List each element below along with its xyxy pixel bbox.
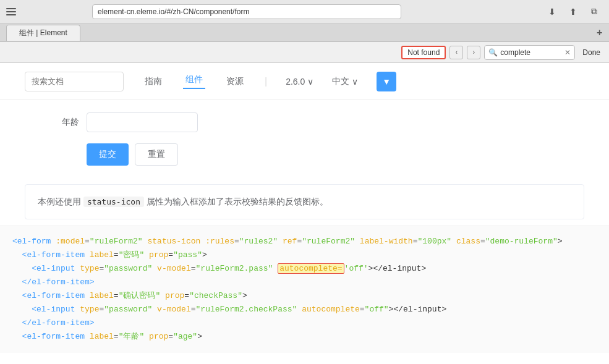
version-chevron-icon: ∨ bbox=[307, 77, 313, 87]
tab-title[interactable]: 组件 | Element bbox=[6, 25, 80, 41]
find-search-icon: 🔍 bbox=[488, 48, 498, 57]
code-line-4: </el-form-item> bbox=[12, 276, 597, 289]
not-found-badge: Not found bbox=[401, 46, 446, 59]
code-line-8: <el-form-item label="年龄" prop="age"> bbox=[12, 330, 597, 344]
find-prev-button[interactable]: ‹ bbox=[449, 46, 463, 59]
site-nav: 指南 组件 资源 | 2.6.0 ∨ 中文 ∨ ▼ bbox=[0, 63, 609, 100]
description-box: 本例还使用 status-icon 属性为输入框添加了表示校验结果的反馈图标。 bbox=[25, 184, 584, 219]
nav-blue-button[interactable]: ▼ bbox=[377, 72, 396, 91]
code-line-2: <el-form-item label="密码" prop="pass"> bbox=[12, 248, 597, 262]
form-buttons: 提交 重置 bbox=[25, 143, 584, 166]
url-text: element-cn.eleme.io/#/zh-CN/component/fo… bbox=[98, 7, 249, 16]
version-text: 2.6.0 bbox=[286, 77, 305, 87]
age-form-row: 年龄 bbox=[25, 112, 584, 132]
language-chevron-icon: ∨ bbox=[352, 77, 358, 87]
desc-text-before: 本例还使用 bbox=[38, 197, 83, 206]
share-button[interactable]: ⬆ bbox=[564, 3, 582, 20]
submit-button[interactable]: 提交 bbox=[87, 143, 129, 166]
form-demo: 年龄 提交 重置 bbox=[0, 100, 609, 178]
desc-code-tag: status-icon bbox=[83, 197, 144, 207]
code-line-3: <el-input type="password" v-model="ruleF… bbox=[12, 262, 597, 276]
age-input[interactable] bbox=[87, 112, 198, 132]
language-text: 中文 bbox=[332, 76, 349, 87]
nav-link-component[interactable]: 组件 bbox=[183, 74, 205, 89]
window-button[interactable]: ⧉ bbox=[586, 3, 603, 20]
new-tab-btn[interactable]: + bbox=[597, 27, 603, 38]
nav-language[interactable]: 中文 ∨ bbox=[332, 76, 358, 87]
download-button[interactable]: ⬇ bbox=[543, 3, 561, 20]
url-bar[interactable]: element-cn.eleme.io/#/zh-CN/component/fo… bbox=[92, 4, 401, 19]
tab-bar: 组件 | Element + bbox=[0, 23, 609, 42]
reset-button[interactable]: 重置 bbox=[135, 143, 178, 166]
desc-text-after: 属性为输入框添加了表示校验结果的反馈图标。 bbox=[144, 197, 328, 206]
nav-link-resource[interactable]: 资源 bbox=[224, 76, 246, 87]
find-done-button[interactable]: Done bbox=[579, 47, 604, 58]
nav-version[interactable]: 2.6.0 ∨ bbox=[286, 77, 313, 87]
search-input[interactable] bbox=[25, 72, 124, 91]
code-line-7: </el-form-item> bbox=[12, 316, 597, 330]
site-content: 指南 组件 资源 | 2.6.0 ∨ 中文 ∨ ▼ 年龄 提交 重置 本例还使用… bbox=[0, 63, 609, 364]
find-input-wrap: 🔍 ✕ bbox=[484, 45, 575, 60]
code-line-5: <el-form-item label="确认密码" prop="checkPa… bbox=[12, 289, 597, 303]
browser-menu-icon[interactable] bbox=[6, 6, 19, 18]
code-block: <el-form :model="ruleForm2" status-icon … bbox=[0, 226, 609, 353]
find-next-button[interactable]: › bbox=[467, 46, 480, 59]
age-label: 年龄 bbox=[25, 117, 87, 128]
find-clear-button[interactable]: ✕ bbox=[564, 49, 571, 56]
find-input[interactable] bbox=[500, 48, 562, 57]
browser-toolbar: element-cn.eleme.io/#/zh-CN/component/fo… bbox=[0, 0, 609, 23]
browser-action-buttons: ⬇ ⬆ ⧉ bbox=[543, 3, 603, 20]
nav-separator: | bbox=[265, 76, 267, 87]
code-line-1: <el-form :model="ruleForm2" status-icon … bbox=[12, 235, 597, 248]
highlighted-autocomplete: autocomplete= bbox=[278, 263, 344, 274]
code-line-6: <el-input type="password" v-model="ruleF… bbox=[12, 303, 597, 316]
find-bar: Not found ‹ › 🔍 ✕ Done bbox=[0, 42, 609, 63]
nav-link-guide[interactable]: 指南 bbox=[142, 76, 164, 87]
